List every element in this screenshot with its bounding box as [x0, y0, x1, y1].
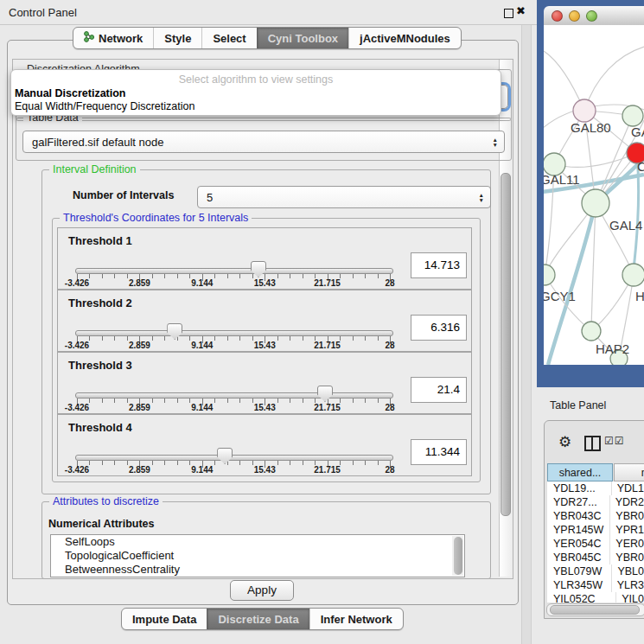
node-label-hap2: HAP2 — [596, 341, 629, 356]
list-scrollbar-track[interactable] — [452, 536, 463, 576]
tab-label: Discretize Data — [218, 613, 298, 626]
table-row[interactable]: YLR345WYLR3 — [547, 578, 644, 592]
network-node-gal80[interactable] — [573, 99, 596, 122]
threshold-value-field[interactable]: 14.713 — [411, 252, 467, 278]
slider-track[interactable] — [75, 268, 393, 274]
tab-infer-network[interactable]: Infer Network — [309, 609, 403, 629]
attribute-item-topologicalcoefficient[interactable]: TopologicalCoefficient — [51, 549, 464, 563]
control-panel-tabs: NetworkStyleSelectCyni ToolboxjActiveMNo… — [73, 27, 462, 49]
slider-track[interactable] — [75, 392, 393, 399]
algorithm-dropdown-popup: Select algorithm to view settings Manual… — [10, 69, 501, 116]
split-columns-icon[interactable] — [584, 436, 601, 451]
gear-icon[interactable]: ⚙ — [558, 433, 571, 451]
slider-tick-label: 15.43 — [244, 278, 285, 288]
tab-cyni-toolbox[interactable]: Cyni Toolbox — [257, 28, 348, 48]
slider-tick-label: 15.43 — [244, 465, 285, 475]
control-panel-title: Control Panel — [9, 6, 77, 19]
slider-tick — [365, 336, 366, 341]
slider-track[interactable] — [75, 455, 393, 461]
list-scrollbar-thumb[interactable] — [454, 537, 462, 575]
zoom-traffic-light[interactable] — [586, 10, 597, 22]
slider-tick-label: 9.144 — [182, 465, 223, 475]
network-node-hap2[interactable] — [582, 322, 601, 341]
table-row[interactable]: YER054CYER0 — [547, 537, 644, 551]
algorithm-option-manual-discretization[interactable]: Manual Discretization — [15, 87, 126, 99]
slider-tick-label: 21.715 — [307, 278, 348, 288]
table-row[interactable]: YBR043CYBR0 — [547, 509, 644, 523]
slider-track[interactable] — [75, 330, 393, 336]
table-rows[interactable]: YDL19...YDL1YDR27...YDR2YBR043CYBR0YPR14… — [547, 481, 644, 603]
tab-discretize-data[interactable]: Discretize Data — [207, 609, 309, 629]
number-of-intervals-combo[interactable]: 5 ▲▼ — [197, 186, 491, 208]
slider-thumb[interactable] — [217, 448, 233, 464]
minimize-traffic-light[interactable] — [569, 10, 580, 22]
tab-label: Style — [164, 32, 191, 45]
attribute-item-selfloops[interactable]: SelfLoops — [51, 535, 464, 549]
tab-impute-data[interactable]: Impute Data — [122, 609, 207, 629]
threshold-panel-2: Threshold 2-3.4262.8599.14415.4321.71528… — [57, 290, 472, 352]
table-row[interactable]: YPR145WYPR1 — [547, 523, 644, 537]
apply-button[interactable]: Apply — [230, 580, 294, 601]
slider-tick — [353, 274, 354, 278]
group-title: Attributes to discretize — [49, 495, 163, 507]
horizontal-scrollbar-thumb[interactable] — [550, 605, 640, 615]
table-row[interactable]: YDR27...YDR2 — [547, 495, 644, 509]
slider-tick — [114, 461, 115, 465]
slider-tick-label: 28 — [369, 465, 411, 475]
threshold-label: Threshold 3 — [68, 359, 132, 372]
network-canvas[interactable]: GAL80GACGAL11GAL4GCY1HHAP2 — [544, 25, 644, 365]
attribute-item-betweennesscentrality[interactable]: BetweennessCentrality — [51, 563, 464, 577]
threshold-value-field[interactable]: 11.344 — [411, 439, 467, 465]
slider-tick — [114, 336, 115, 341]
network-node-top-right[interactable] — [622, 105, 643, 126]
column-header-shared-name[interactable]: shared... — [547, 463, 613, 481]
network-node-gcy1[interactable] — [544, 265, 555, 285]
tab-jactivemnodules[interactable]: jActiveMNodules — [348, 28, 461, 48]
slider-tick — [114, 399, 115, 403]
slider-tick-label: 15.43 — [244, 403, 285, 412]
network-window-titlebar[interactable] — [544, 6, 644, 26]
cell-shared-name: YDL19... — [547, 481, 611, 495]
threshold-panel-3: Threshold 3-3.4262.8599.14415.4321.71528… — [57, 352, 472, 414]
slider-tick — [353, 461, 354, 465]
table-row[interactable]: YBR045CYBR0 — [547, 551, 644, 564]
algorithm-option-equal-width-frequency-discretization[interactable]: Equal Width/Frequency Discretization — [15, 100, 194, 112]
group-title: Threshold's Coordinates for 5 Intervals — [60, 212, 252, 224]
slider-tick — [102, 336, 103, 341]
tab-label: Impute Data — [132, 613, 196, 626]
slider-tick-label: 9.144 — [182, 403, 223, 412]
tab-select[interactable]: Select — [201, 28, 256, 48]
cell-shared-name: YBR045C — [547, 551, 609, 564]
node-label-h: H — [635, 289, 644, 303]
close-traffic-light[interactable] — [552, 10, 563, 22]
slider-thumb[interactable] — [167, 323, 182, 340]
checkbox-icons[interactable]: ☑☑ — [604, 435, 625, 447]
table-row[interactable]: YBL079WYBL0 — [547, 564, 644, 578]
cell-name: YDL1 — [611, 481, 644, 495]
float-window-icon[interactable] — [504, 9, 513, 18]
slider-thumb[interactable] — [317, 386, 333, 402]
numerical-attributes-list[interactable]: SelfLoopsTopologicalCoefficientBetweenne… — [50, 534, 465, 577]
slider-tick — [290, 274, 290, 278]
network-icon — [84, 30, 94, 46]
vertical-scrollbar-thumb[interactable] — [501, 173, 511, 516]
tab-label: Infer Network — [321, 613, 392, 626]
column-header-name[interactable]: name — [614, 463, 644, 481]
slider-tick — [177, 399, 178, 403]
close-icon[interactable]: ✖ — [516, 4, 526, 17]
threshold-value-field[interactable]: 6.316 — [411, 315, 467, 341]
tab-network[interactable]: Network — [73, 28, 153, 48]
tab-style[interactable]: Style — [153, 28, 201, 48]
network-node-right-mid[interactable] — [622, 264, 644, 286]
cell-name: YBL0 — [611, 564, 644, 578]
cell-shared-name: YIL052C — [547, 592, 615, 603]
threshold-value-field[interactable]: 21.4 — [411, 377, 467, 403]
slider-tick — [102, 461, 103, 465]
slider-tick-label: 21.715 — [307, 341, 348, 350]
table-row[interactable]: YDL19...YDL1 — [547, 481, 644, 495]
panel-divider[interactable] — [521, 25, 532, 644]
table-row[interactable]: YIL052CYIL0 — [547, 592, 644, 603]
network-node-gal4[interactable] — [582, 189, 609, 217]
table-data-combo[interactable]: galFiltered.sif default node ▲▼ — [22, 131, 505, 153]
slider-tick — [177, 274, 178, 278]
